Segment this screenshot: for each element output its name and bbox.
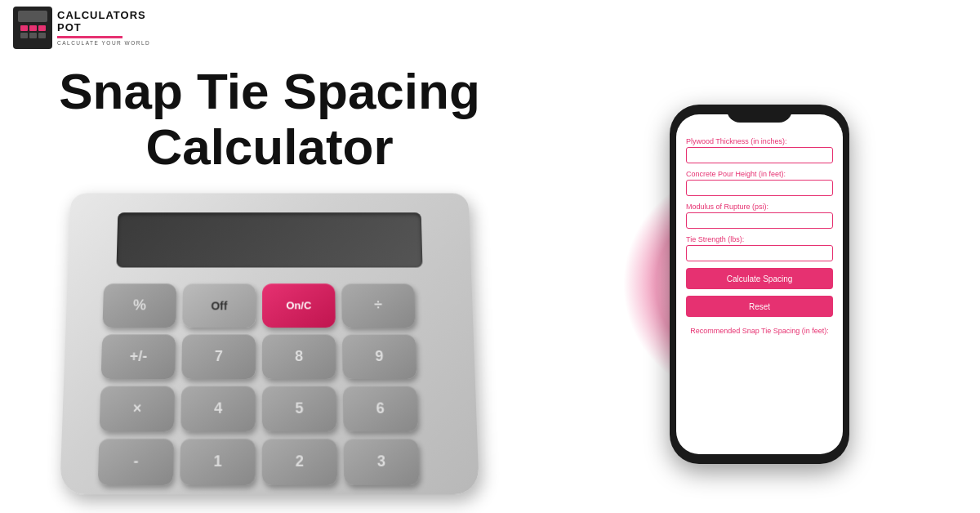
calculator-body: % Off On/C ÷ +/- 7 8 9 × 4 5 6 bbox=[60, 194, 479, 495]
tie-strength-label: Tie Strength (lbs): bbox=[686, 235, 833, 243]
logo-keys bbox=[20, 25, 46, 38]
logo-icon bbox=[13, 7, 52, 49]
btn-8: 8 bbox=[262, 334, 336, 379]
btn-percent: % bbox=[102, 283, 176, 328]
btn-onc: On/C bbox=[262, 283, 336, 328]
btn-times: × bbox=[100, 386, 175, 431]
calculator-3d: % Off On/C ÷ +/- 7 8 9 × 4 5 6 bbox=[57, 181, 482, 491]
concrete-pour-height-input[interactable] bbox=[686, 180, 833, 196]
btn-minus: - bbox=[98, 439, 174, 485]
concrete-pour-height-group: Concrete Pour Height (in feet): bbox=[686, 170, 833, 196]
logo: CALCULATORS POT CALCULATE YOUR WORLD bbox=[13, 7, 150, 49]
btn-1: 1 bbox=[180, 439, 255, 485]
calculate-button[interactable]: Calculate Spacing bbox=[686, 268, 833, 289]
phone-screen: Plywood Thickness (in inches): Concrete … bbox=[676, 114, 843, 454]
plywood-thickness-group: Plywood Thickness (in inches): bbox=[686, 137, 833, 163]
tie-strength-input[interactable] bbox=[686, 245, 833, 261]
btn-plusminus: +/- bbox=[101, 334, 176, 379]
phone-mockup: Plywood Thickness (in inches): Concrete … bbox=[670, 105, 849, 464]
btn-5: 5 bbox=[262, 386, 336, 431]
left-panel: Snap Tie Spacing Calculator % Off On/C ÷… bbox=[0, 56, 539, 513]
modulus-rupture-input[interactable] bbox=[686, 212, 833, 229]
calculator-display bbox=[116, 212, 422, 267]
logo-line1: CALCULATORS bbox=[57, 10, 150, 22]
logo-tagline: CALCULATE YOUR WORLD bbox=[57, 40, 150, 46]
btn-2: 2 bbox=[262, 439, 337, 485]
logo-screen bbox=[18, 11, 47, 22]
concrete-pour-height-label: Concrete Pour Height (in feet): bbox=[686, 170, 833, 178]
calculator-buttons: % Off On/C ÷ +/- 7 8 9 × 4 5 6 bbox=[98, 283, 420, 485]
btn-divide: ÷ bbox=[341, 283, 416, 328]
tie-strength-group: Tie Strength (lbs): bbox=[686, 235, 833, 261]
btn-3: 3 bbox=[344, 439, 420, 485]
phone-notch bbox=[727, 105, 792, 123]
result-label: Recommended Snap Tie Spacing (in feet): bbox=[686, 327, 833, 335]
plywood-thickness-label: Plywood Thickness (in inches): bbox=[686, 137, 833, 145]
main-content: Snap Tie Spacing Calculator % Off On/C ÷… bbox=[0, 56, 980, 513]
reset-button[interactable]: Reset bbox=[686, 296, 833, 317]
btn-7: 7 bbox=[181, 334, 256, 379]
calculator-image: % Off On/C ÷ +/- 7 8 9 × 4 5 6 bbox=[16, 167, 523, 505]
logo-text: CALCULATORS POT CALCULATE YOUR WORLD bbox=[57, 10, 150, 46]
modulus-rupture-label: Modulus of Rupture (psi): bbox=[686, 203, 833, 211]
btn-4: 4 bbox=[180, 386, 256, 431]
btn-6: 6 bbox=[343, 386, 418, 431]
logo-line2: POT bbox=[57, 22, 150, 34]
modulus-rupture-group: Modulus of Rupture (psi): bbox=[686, 203, 833, 229]
plywood-thickness-input[interactable] bbox=[686, 147, 833, 163]
right-panel: Plywood Thickness (in inches): Concrete … bbox=[539, 56, 980, 513]
btn-off: Off bbox=[182, 283, 256, 328]
page-title: Snap Tie Spacing Calculator bbox=[16, 64, 523, 175]
btn-9: 9 bbox=[342, 334, 416, 379]
header: CALCULATORS POT CALCULATE YOUR WORLD bbox=[0, 0, 980, 56]
logo-divider bbox=[57, 36, 122, 38]
